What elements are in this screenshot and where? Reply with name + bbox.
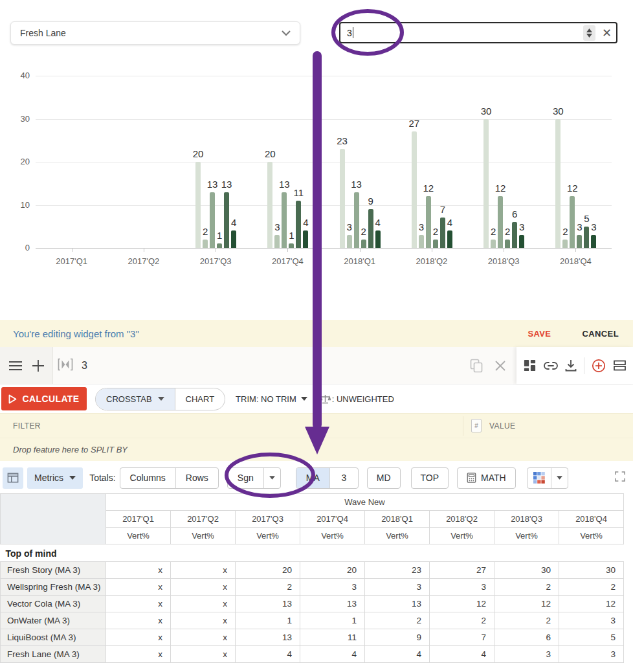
close-widget-icon[interactable] — [494, 360, 506, 372]
cell-value[interactable]: 2 — [559, 579, 624, 596]
cell-value[interactable]: 23 — [365, 562, 430, 579]
column-header[interactable]: 2018'Q1 — [365, 511, 430, 528]
totals-columns-button[interactable]: Columns — [120, 468, 175, 488]
cell-value[interactable]: 3 — [559, 612, 624, 629]
cell-value[interactable]: 3 — [494, 646, 559, 663]
cell-value[interactable]: x — [106, 612, 171, 629]
column-header[interactable]: 2018'Q3 — [494, 511, 559, 528]
cell-value[interactable]: 1 — [300, 612, 365, 629]
menu-icon[interactable] — [9, 361, 22, 370]
cell-value[interactable]: 3 — [430, 579, 494, 596]
cell-value[interactable]: 13 — [365, 596, 430, 612]
cell-value[interactable]: 4 — [300, 646, 365, 663]
add-widget-icon[interactable] — [32, 360, 44, 372]
clear-input-icon[interactable]: ✕ — [602, 27, 612, 39]
calculate-button[interactable]: CALCULATE — [1, 387, 87, 410]
trim-dropdown[interactable]: TRIM: NO TRIM — [236, 394, 307, 404]
row-label[interactable]: Fresh Lane (MA 3) — [1, 646, 106, 663]
cell-value[interactable]: 30 — [494, 562, 559, 579]
metrics-dropdown[interactable]: Metrics — [27, 467, 83, 489]
cell-value[interactable]: 4 — [365, 646, 430, 663]
cell-value[interactable]: 30 — [559, 562, 624, 579]
cell-value[interactable]: 3 — [300, 579, 365, 596]
column-header[interactable]: 2018'Q4 — [559, 511, 624, 528]
table-layout-button[interactable] — [3, 467, 23, 489]
split-by-drop-zone[interactable]: Drop feature here to SPLIT BY — [0, 438, 633, 461]
save-button[interactable]: SAVE — [528, 329, 551, 339]
cell-value[interactable]: 6 — [494, 629, 559, 646]
weight-indicator[interactable]: : UNWEIGHTED — [320, 394, 394, 404]
cell-value[interactable]: 20 — [236, 562, 300, 579]
cell-value[interactable]: 2 — [494, 612, 559, 629]
cell-value[interactable]: x — [106, 629, 171, 646]
row-label[interactable]: Vector Cola (MA 3) — [1, 596, 106, 612]
cell-value[interactable]: x — [171, 579, 236, 596]
cell-value[interactable]: x — [171, 629, 236, 646]
row-label[interactable]: LiquiBoost (MA 3) — [1, 629, 106, 646]
row-label[interactable]: Fresh Story (MA 3) — [1, 562, 106, 579]
rows-layout-icon[interactable] — [614, 360, 626, 371]
cell-value[interactable]: 3 — [559, 646, 624, 663]
cell-value[interactable]: 12 — [494, 596, 559, 612]
filter-drop-zone[interactable]: FILTER # VALUE — [0, 413, 633, 438]
sgn-dropdown-caret[interactable] — [263, 468, 280, 488]
crosstab-tab[interactable]: CROSSTAB — [96, 388, 175, 410]
cell-value[interactable]: 4 — [430, 646, 494, 663]
cell-value[interactable]: 5 — [559, 629, 624, 646]
column-header[interactable]: 2017'Q2 — [171, 511, 236, 528]
column-header[interactable]: 2017'Q4 — [300, 511, 365, 528]
cell-value[interactable]: x — [171, 596, 236, 612]
column-header[interactable]: 2017'Q1 — [106, 511, 171, 528]
cell-value[interactable]: 3 — [365, 579, 430, 596]
row-label[interactable]: OnWater (MA 3) — [1, 612, 106, 629]
cell-value[interactable]: 12 — [430, 596, 494, 612]
cell-value[interactable]: x — [171, 612, 236, 629]
ma-button[interactable]: MA — [296, 468, 329, 488]
column-header[interactable]: 2017'Q3 — [236, 511, 300, 528]
number-spinner-icon[interactable] — [583, 25, 595, 41]
cell-value[interactable]: x — [106, 562, 171, 579]
cell-value[interactable]: 2 — [430, 612, 494, 629]
cell-value[interactable]: x — [106, 646, 171, 663]
palette-dropdown-caret[interactable] — [551, 468, 568, 488]
cell-value[interactable]: 7 — [430, 629, 494, 646]
math-button[interactable]: MATH — [457, 467, 516, 489]
link-icon[interactable] — [544, 361, 558, 370]
chart-tab[interactable]: CHART — [175, 388, 225, 410]
fullscreen-icon[interactable] — [615, 471, 625, 484]
widget-tab[interactable]: 3 — [57, 347, 87, 384]
copy-icon[interactable] — [470, 359, 483, 373]
md-button[interactable]: MD — [367, 467, 401, 489]
ma-period-input[interactable]: 3 ✕ — [339, 22, 617, 43]
download-icon[interactable] — [565, 359, 577, 372]
top-button[interactable]: TOP — [411, 467, 449, 489]
cell-value[interactable]: 27 — [430, 562, 494, 579]
cell-value[interactable]: 2 — [494, 579, 559, 596]
cell-value[interactable]: x — [171, 646, 236, 663]
cell-value[interactable]: 12 — [559, 596, 624, 612]
cell-value[interactable]: x — [106, 579, 171, 596]
value-drop-zone[interactable]: # VALUE — [471, 419, 515, 432]
cell-value[interactable]: 13 — [236, 629, 300, 646]
cell-value[interactable]: 2 — [365, 612, 430, 629]
sgn-button[interactable]: Sgn — [228, 468, 263, 488]
cell-value[interactable]: x — [106, 596, 171, 612]
totals-rows-button[interactable]: Rows — [175, 468, 218, 488]
cell-value[interactable]: 9 — [365, 629, 430, 646]
color-palette-button[interactable] — [528, 468, 551, 488]
add-circle-icon[interactable] — [592, 359, 606, 373]
feature-dropdown[interactable]: Fresh Lane — [10, 21, 300, 45]
cell-value[interactable]: 13 — [236, 596, 300, 612]
cell-value[interactable]: x — [171, 562, 236, 579]
dashboard-icon[interactable] — [524, 359, 536, 372]
cell-value[interactable]: 11 — [300, 629, 365, 646]
row-label[interactable]: Wellspring Fresh (MA 3) — [1, 579, 106, 596]
cell-value[interactable]: 2 — [236, 579, 300, 596]
cell-value[interactable]: 20 — [300, 562, 365, 579]
column-header[interactable]: 2018'Q2 — [430, 511, 494, 528]
cancel-button[interactable]: CANCEL — [582, 329, 619, 339]
ma-period-value[interactable]: 3 — [329, 468, 358, 488]
cell-value[interactable]: 1 — [236, 612, 300, 629]
cell-value[interactable]: 13 — [300, 596, 365, 612]
cell-value[interactable]: 4 — [236, 646, 300, 663]
